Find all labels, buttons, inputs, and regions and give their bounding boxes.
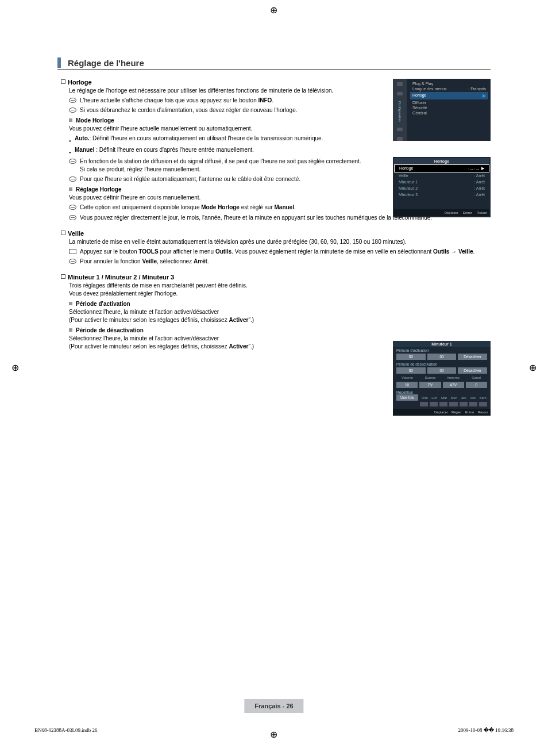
osd-horloge-panel: Horloge Horloge: -- : --▶ Veille: Arrêt … — [393, 157, 491, 217]
content-area: Configuration Plug & Play Langue des men… — [57, 79, 491, 351]
note-text: Vous pouvez régler directement le jour, … — [80, 214, 432, 222]
osd-cell: 00 — [427, 354, 457, 360]
subsection-heading: Période de désactivation — [76, 327, 144, 333]
osd-cell: 00 — [427, 367, 457, 374]
osd-cell: TV — [419, 382, 441, 388]
note-icon — [69, 98, 76, 103]
osd-value: : Arrêt — [474, 193, 485, 197]
osd-day: Ven — [469, 396, 477, 400]
osd-day: Sam — [478, 396, 487, 400]
osd-footer-action: Retour — [478, 410, 488, 414]
osd-footer-action: Déplacer — [434, 410, 448, 414]
osd-day: Lun — [430, 396, 439, 400]
crop-mark-icon: ⊕ — [270, 5, 277, 16]
osd-label: Répétition — [396, 390, 413, 394]
osd-tab-strip: Configuration — [393, 79, 407, 141]
crop-mark-icon: ⊕ — [270, 729, 277, 740]
title-accent-bar — [57, 57, 61, 68]
bullet-square-icon — [69, 302, 72, 305]
body-text: Trois réglages différents de mise en mar… — [69, 282, 368, 290]
osd-panel-title: Horloge — [394, 158, 489, 164]
osd-day: Mar — [440, 396, 449, 400]
note-text: Cette option est uniquement disponible l… — [80, 204, 296, 212]
section-title-row: Réglage de l'heure — [57, 57, 491, 70]
subsection-heading: Mode Horloge — [76, 117, 114, 124]
chevron-right-icon: ▶ — [483, 93, 486, 98]
osd-cell: ATV — [443, 382, 464, 388]
osd-footer-action: Déplacer — [445, 211, 458, 214]
body-text: Auto.: Définit l'heure en cours automati… — [75, 135, 323, 144]
body-text: Sélectionnez l'heure, la minute et l'act… — [69, 308, 368, 316]
bullet-square-icon — [61, 79, 65, 84]
note-text: Appuyez sur le bouton TOOLS pour affiche… — [80, 248, 474, 256]
body-text: Le réglage de l'horloge est nécessaire p… — [69, 87, 368, 95]
document-timestamp: 2009-10-08 �� 10:16:38 — [458, 727, 514, 733]
crop-mark-icon: ⊕ — [529, 362, 537, 373]
osd-day: Dim — [420, 396, 429, 400]
note-text: Si vous débranchez le cordon d'alimentat… — [80, 106, 298, 114]
osd-col-header: Antenne — [442, 376, 464, 379]
chevron-right-icon: ▶ — [481, 166, 484, 171]
section-heading: Minuteur 1 / Minuteur 2 / Minuteur 3 — [68, 274, 174, 281]
osd-minuteur-panel: Minuteur 1 Période d'activation 00 00 Dé… — [393, 341, 491, 416]
osd-item: Diffuser — [412, 101, 426, 105]
osd-footer-action: Régler — [451, 410, 462, 414]
osd-day: Jeu — [459, 396, 468, 400]
tools-icon — [69, 249, 76, 254]
osd-footer-action: Entrer — [463, 211, 472, 214]
body-text: Sélectionnez l'heure, la minute et l'act… — [69, 335, 368, 343]
note-icon — [69, 159, 76, 164]
osd-col-header: Volume — [396, 376, 418, 379]
crop-mark-icon: ⊕ — [11, 362, 19, 373]
section-heading: Veille — [68, 230, 84, 237]
osd-col-header: Canal — [465, 376, 487, 379]
page-body: Réglage de l'heure Configuration Plug & … — [0, 0, 548, 351]
osd-tab-icon — [397, 82, 403, 86]
note-icon — [69, 108, 76, 113]
body-text: (Pour activer le minuteur selon les régl… — [69, 343, 368, 351]
osd-value: : Arrêt — [474, 174, 485, 178]
bullet-dot-icon — [69, 148, 75, 156]
document-id: BN68-02388A-03L09.indb 26 — [34, 727, 98, 733]
osd-tab-icon — [397, 128, 403, 132]
osd-value: : Français — [468, 87, 486, 91]
osd-item: Général — [412, 111, 427, 115]
osd-tab-label: Configuration — [398, 101, 402, 122]
osd-panel-title: Minuteur 1 — [393, 341, 491, 347]
bullet-square-icon — [61, 231, 65, 235]
bullet-square-icon — [69, 328, 72, 332]
osd-cell: Une fois — [396, 394, 418, 401]
osd-cell: 0 — [466, 382, 487, 388]
note-text: En fonction de la station de diffusion e… — [80, 158, 368, 174]
note-icon — [69, 215, 76, 220]
bullet-square-icon — [69, 118, 72, 122]
osd-col-header: Source — [419, 376, 441, 379]
body-text: (Pour activer le minuteur selon les régl… — [69, 316, 368, 324]
body-text: Manuel : Définit l'heure en cours d'aprè… — [75, 146, 254, 156]
bullet-dot-icon — [69, 136, 75, 144]
section-heading: Horloge — [68, 79, 92, 86]
osd-footer-action: Entrer — [465, 410, 474, 414]
body-text: La minuterie de mise en veille éteint au… — [69, 238, 491, 246]
osd-label: Période d'activation — [393, 347, 491, 352]
osd-value: : Arrêt — [474, 180, 485, 184]
note-text: Pour que l'heure soit réglée automatique… — [80, 175, 300, 183]
osd-day: Mer — [450, 396, 458, 400]
page-footer: Français - 26 — [244, 699, 303, 713]
osd-item: Sécurité — [412, 106, 427, 110]
osd-item: Veille — [399, 174, 408, 178]
note-icon — [69, 176, 76, 182]
osd-tab-icon — [397, 92, 403, 96]
osd-cell: Désactiver — [458, 367, 487, 374]
osd-cell: 10 — [396, 382, 418, 388]
body-text: Vous pouvez définir l'heure actuelle man… — [69, 125, 368, 133]
note-icon — [69, 205, 76, 210]
note-icon — [69, 259, 76, 264]
osd-item: Minuteur 1 — [399, 180, 418, 184]
note-text: Pour annuler la fonction Veille, sélecti… — [80, 258, 209, 266]
osd-value: : Arrêt — [474, 186, 485, 190]
osd-cell: 00 — [396, 354, 426, 360]
page-title: Réglage de l'heure — [68, 58, 144, 68]
osd-item: Minuteur 3 — [399, 193, 418, 197]
bullet-square-icon — [61, 274, 65, 279]
